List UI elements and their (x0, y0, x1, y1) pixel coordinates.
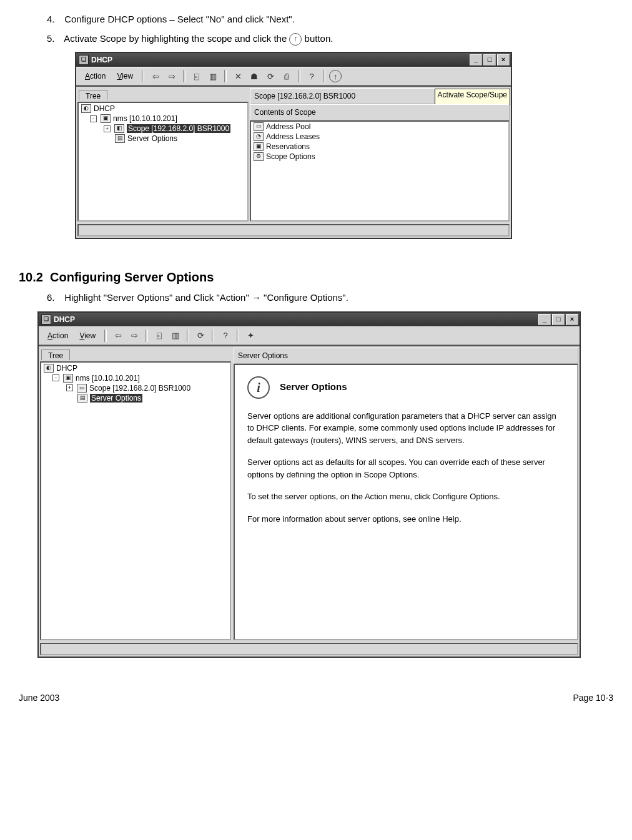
item-scope-options[interactable]: ⚙Scope Options (251, 152, 508, 162)
list-header[interactable]: Server Options (234, 348, 578, 364)
tab-row: Tree (76, 87, 249, 100)
properties-icon[interactable]: ☗ (247, 69, 262, 83)
help-icon[interactable]: ? (218, 329, 233, 343)
list-header-scope[interactable]: Scope [192.168.2.0] BSR1000 Activate Sco… (250, 88, 510, 104)
back-icon[interactable]: ⇦ (111, 329, 126, 343)
extra-icon[interactable]: ✦ (243, 329, 258, 343)
step-4-num: 4. (47, 12, 62, 27)
show-hide-tree-icon[interactable]: ▥ (205, 69, 220, 83)
tab-tree[interactable]: Tree (79, 90, 107, 100)
tree-nms[interactable]: - ▣ nms [10.10.10.201] (41, 373, 230, 383)
info-head: i Server Options (247, 376, 565, 399)
close-button[interactable]: × (497, 54, 510, 66)
step-4: 4. Configure DHCP options – Select "No" … (47, 12, 613, 27)
window-title: DHCP (91, 56, 112, 64)
info-p3: To set the server options, on the Action… (247, 491, 565, 503)
up-folder-icon[interactable]: ⍇ (152, 329, 167, 343)
tree-pane[interactable]: ◐ DHCP - ▣ nms [10.10.10.201] + ▭ Scope … (40, 361, 231, 640)
help-icon[interactable]: ? (304, 69, 319, 83)
reservations-icon: ▣ (254, 142, 264, 151)
refresh-icon[interactable]: ⟳ (193, 329, 208, 343)
step-6-num: 6. (47, 291, 62, 305)
tree-server-options[interactable]: ▤ Server Options (41, 393, 230, 403)
expand-icon[interactable]: + (104, 125, 111, 132)
forward-icon[interactable]: ⇨ (127, 329, 142, 343)
server-icon: ▣ (101, 114, 111, 123)
titlebar[interactable]: ❑ DHCP _ □ × (76, 53, 511, 67)
tree-nms[interactable]: - ▣ nms [10.10.10.201] (79, 114, 247, 124)
step-5-text-b: button. (305, 33, 333, 44)
footer-date: June 2003 (19, 693, 59, 703)
step-5-text-a: Activate Scope by highlighting the scope… (64, 33, 287, 44)
menu-action[interactable]: Action (80, 71, 111, 82)
body-split: Tree ◐ DHCP - ▣ nms [10.10.10.201] + ◧ S… (76, 85, 511, 223)
tab-row: Tree (39, 346, 232, 360)
info-icon: i (247, 376, 270, 399)
forward-icon[interactable]: ⇨ (164, 69, 179, 83)
item-address-leases[interactable]: ◔Address Leases (251, 132, 508, 142)
collapse-icon[interactable]: - (52, 374, 59, 381)
list-header-contents[interactable]: Contents of Scope (250, 104, 510, 120)
dhcp-window-1: ❑ DHCP _ □ × Action View ⇦ ⇨ ⍇ ▥ ✕ ☗ ⟳ ⎙… (75, 52, 512, 239)
section-num: 10.2 (19, 270, 43, 284)
tooltip-activate: Activate Scope/Supe (435, 89, 510, 105)
tree-scope[interactable]: + ◧ Scope [192.168.2.0] BSR1000 (79, 124, 247, 134)
tree-pane[interactable]: ◐ DHCP - ▣ nms [10.10.10.201] + ◧ Scope … (77, 102, 249, 222)
menu-view[interactable]: View (74, 330, 101, 341)
minimize-button[interactable]: _ (538, 314, 551, 325)
section-heading: 10.2 Configuring Server Options (19, 270, 613, 285)
menu-view[interactable]: View (112, 71, 138, 82)
scope-options-icon: ⚙ (254, 152, 264, 161)
window-title: DHCP (54, 315, 75, 324)
app-icon: ❑ (79, 55, 89, 65)
refresh-icon[interactable]: ⟳ (263, 69, 278, 83)
show-hide-tree-icon[interactable]: ▥ (168, 329, 183, 343)
options-icon: ▤ (77, 394, 87, 403)
status-bar (40, 643, 578, 655)
footer-page: Page 10-3 (573, 693, 613, 703)
body-split: Tree ◐ DHCP - ▣ nms [10.10.10.201] + ▭ S… (39, 345, 580, 642)
step-6: 6. Highlight "Server Options" and Click … (47, 291, 613, 305)
delete-icon[interactable]: ✕ (230, 69, 245, 83)
list-contents[interactable]: ▭Address Pool ◔Address Leases ▣Reservati… (250, 120, 510, 222)
right-pane: Server Options i Server Options Server o… (234, 348, 578, 640)
tree-scope[interactable]: + ▭ Scope [192.168.2.0] BSR1000 (41, 383, 230, 393)
titlebar[interactable]: ❑ DHCP _ □ × (39, 313, 580, 326)
tab-tree[interactable]: Tree (41, 349, 70, 360)
tree-root[interactable]: ◐ DHCP (79, 103, 247, 114)
activate-icon: ↑ (289, 33, 302, 46)
server-icon: ▣ (63, 374, 73, 383)
info-p2: Server options act as defaults for all s… (247, 456, 565, 481)
menu-action[interactable]: Action (42, 330, 73, 341)
up-folder-icon[interactable]: ⍇ (189, 69, 204, 83)
page-footer: June 2003 Page 10-3 (19, 689, 613, 703)
scope-icon: ▭ (77, 384, 87, 393)
collapse-icon[interactable]: - (90, 115, 97, 122)
tree-server-options[interactable]: ▤ Server Options (79, 134, 247, 144)
minimize-button[interactable]: _ (470, 54, 482, 66)
close-button[interactable]: × (566, 314, 578, 325)
item-reservations[interactable]: ▣Reservations (251, 142, 508, 152)
info-p4: For more information about server option… (247, 513, 565, 525)
export-icon[interactable]: ⎙ (279, 69, 294, 83)
step-4-text: Configure DHCP options – Select "No" and… (64, 14, 295, 24)
tree-server-options-label: Server Options (90, 394, 142, 403)
info-title: Server Options (280, 380, 347, 394)
leases-icon: ◔ (254, 132, 264, 141)
tree-root[interactable]: ◐ DHCP (41, 363, 230, 373)
maximize-button[interactable]: □ (483, 54, 496, 66)
maximize-button[interactable]: □ (552, 314, 565, 325)
right-pane: Scope [192.168.2.0] BSR1000 Activate Sco… (250, 88, 510, 222)
scope-icon: ◧ (114, 124, 124, 133)
options-icon: ▤ (115, 134, 125, 143)
pool-icon: ▭ (254, 122, 264, 131)
status-bar (77, 224, 510, 237)
app-icon: ❑ (41, 315, 51, 325)
info-p1: Server options are additional configurat… (247, 410, 565, 447)
dhcp-icon: ◐ (44, 364, 54, 373)
back-icon[interactable]: ⇦ (148, 69, 163, 83)
item-address-pool[interactable]: ▭Address Pool (251, 122, 508, 132)
tree-scope-label: Scope [192.168.2.0] BSR1000 (127, 124, 230, 133)
activate-scope-icon[interactable]: ↑ (329, 70, 342, 82)
expand-icon[interactable]: + (66, 384, 73, 391)
